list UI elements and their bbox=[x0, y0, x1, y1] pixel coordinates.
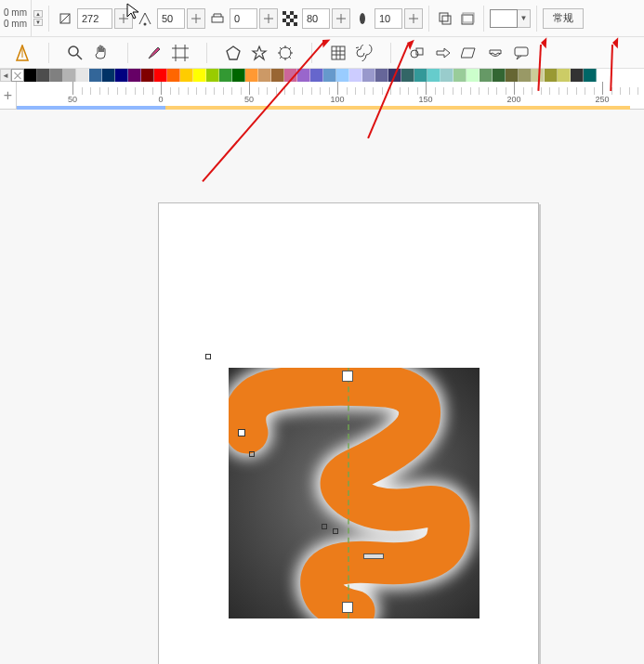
palette-swatch[interactable] bbox=[336, 69, 349, 82]
palette-swatch[interactable] bbox=[63, 69, 76, 82]
palette-swatch[interactable] bbox=[558, 69, 571, 82]
canvas-area[interactable] bbox=[0, 110, 644, 664]
palette-swatch[interactable] bbox=[50, 69, 63, 82]
palette-swatch[interactable] bbox=[206, 69, 219, 82]
palette-swatch[interactable] bbox=[167, 69, 180, 82]
ruler-label: 250 bbox=[595, 95, 609, 104]
svg-rect-35 bbox=[332, 46, 345, 59]
palette-scroll-left[interactable]: ◄ bbox=[0, 69, 11, 82]
flowchart-shapes-icon[interactable] bbox=[458, 42, 480, 64]
opacity-nudge[interactable] bbox=[332, 8, 350, 29]
tilt-input[interactable] bbox=[157, 8, 185, 29]
opacity-input[interactable] bbox=[302, 8, 330, 29]
palette-swatch[interactable] bbox=[375, 69, 388, 82]
palette-cells[interactable] bbox=[24, 69, 597, 82]
opacity-checker-icon bbox=[280, 8, 300, 29]
color-palette[interactable]: ◄ bbox=[0, 69, 644, 82]
palette-swatch[interactable] bbox=[141, 69, 154, 82]
palette-swatch[interactable] bbox=[532, 69, 545, 82]
palette-swatch[interactable] bbox=[297, 69, 310, 82]
complex-star-icon[interactable] bbox=[274, 42, 296, 64]
color-swatch[interactable] bbox=[490, 9, 518, 28]
palette-swatch[interactable] bbox=[480, 69, 493, 82]
palette-swatch[interactable] bbox=[401, 69, 414, 82]
selection-handle-top[interactable] bbox=[342, 371, 353, 382]
palette-swatch[interactable] bbox=[493, 69, 506, 82]
bearing-input[interactable] bbox=[230, 8, 257, 29]
palette-swatch[interactable] bbox=[245, 69, 258, 82]
palette-swatch[interactable] bbox=[440, 69, 453, 82]
palette-swatch[interactable] bbox=[284, 69, 297, 82]
position-steppers[interactable]: ▲ ▼ bbox=[33, 10, 43, 26]
zoom-icon[interactable] bbox=[64, 42, 86, 64]
palette-swatch[interactable] bbox=[584, 69, 597, 82]
polygon-icon[interactable] bbox=[222, 42, 244, 64]
nib-size-nudge[interactable] bbox=[114, 8, 133, 29]
palette-swatch[interactable] bbox=[427, 69, 440, 82]
palette-swatch[interactable] bbox=[467, 69, 480, 82]
no-color-swatch[interactable] bbox=[11, 69, 24, 82]
palette-swatch[interactable] bbox=[24, 69, 37, 82]
palette-swatch[interactable] bbox=[193, 69, 206, 82]
palette-swatch[interactable] bbox=[232, 69, 245, 82]
vertical-guide[interactable] bbox=[348, 368, 349, 618]
arrow-shapes-icon[interactable] bbox=[432, 42, 454, 64]
color-eyedropper-icon[interactable] bbox=[143, 42, 165, 64]
antialias-toggle[interactable] bbox=[435, 8, 455, 29]
palette-swatch[interactable] bbox=[154, 69, 167, 82]
palette-swatch[interactable] bbox=[271, 69, 284, 82]
palette-swatch[interactable] bbox=[388, 69, 401, 82]
star-icon[interactable] bbox=[248, 42, 270, 64]
spiral-icon[interactable] bbox=[353, 42, 375, 64]
palette-swatch[interactable] bbox=[102, 69, 115, 82]
palette-swatch[interactable] bbox=[519, 69, 532, 82]
basic-shapes-icon[interactable] bbox=[406, 42, 428, 64]
palette-swatch[interactable] bbox=[258, 69, 271, 82]
palette-swatch[interactable] bbox=[128, 69, 141, 82]
palette-swatch[interactable] bbox=[37, 69, 50, 82]
palette-swatch[interactable] bbox=[219, 69, 232, 82]
feather-input[interactable] bbox=[375, 8, 402, 29]
palette-swatch[interactable] bbox=[571, 69, 584, 82]
pan-hand-icon[interactable] bbox=[90, 42, 112, 64]
palette-swatch[interactable] bbox=[414, 69, 427, 82]
palette-swatch[interactable] bbox=[76, 69, 89, 82]
palette-swatch[interactable] bbox=[115, 69, 128, 82]
palette-swatch[interactable] bbox=[323, 69, 336, 82]
node-handle[interactable] bbox=[238, 429, 245, 436]
feather-icon bbox=[352, 8, 373, 29]
node-marker[interactable] bbox=[322, 524, 327, 529]
crop-guides-icon[interactable] bbox=[169, 42, 191, 64]
feather-nudge[interactable] bbox=[404, 8, 423, 29]
color-swatch-dropdown[interactable]: ▼ bbox=[490, 9, 531, 28]
palette-swatch[interactable] bbox=[89, 69, 102, 82]
banner-shapes-icon[interactable] bbox=[484, 42, 506, 64]
bounding-toggle[interactable] bbox=[457, 8, 478, 29]
selection-handle-bottom[interactable] bbox=[342, 602, 353, 613]
callout-shapes-icon[interactable] bbox=[510, 42, 532, 64]
stepper-up-icon[interactable]: ▲ bbox=[33, 10, 43, 18]
brush-stroke[interactable] bbox=[229, 368, 480, 618]
stepper-down-icon[interactable]: ▼ bbox=[33, 19, 43, 26]
tilt-nudge[interactable] bbox=[187, 8, 205, 29]
svg-rect-7 bbox=[294, 15, 297, 19]
svg-line-31 bbox=[280, 47, 282, 49]
palette-swatch[interactable] bbox=[362, 69, 375, 82]
ruler-origin-icon[interactable]: + bbox=[0, 82, 17, 110]
palette-swatch[interactable] bbox=[349, 69, 362, 82]
alignment-guides-icon[interactable] bbox=[11, 42, 33, 64]
palette-swatch[interactable] bbox=[310, 69, 323, 82]
node-marker[interactable] bbox=[333, 528, 338, 534]
palette-swatch[interactable] bbox=[453, 69, 467, 82]
node-marker[interactable] bbox=[205, 354, 211, 359]
palette-swatch[interactable] bbox=[180, 69, 193, 82]
chevron-down-icon[interactable]: ▼ bbox=[518, 9, 531, 28]
palette-swatch[interactable] bbox=[545, 69, 558, 82]
blend-mode-dropdown[interactable]: 常规 bbox=[543, 8, 584, 29]
bearing-nudge[interactable] bbox=[259, 8, 278, 29]
graph-paper-icon[interactable] bbox=[327, 42, 349, 64]
node-marker[interactable] bbox=[249, 451, 255, 457]
artwork-background[interactable] bbox=[229, 368, 480, 618]
palette-swatch[interactable] bbox=[506, 69, 519, 82]
nib-size-input[interactable] bbox=[77, 8, 112, 29]
